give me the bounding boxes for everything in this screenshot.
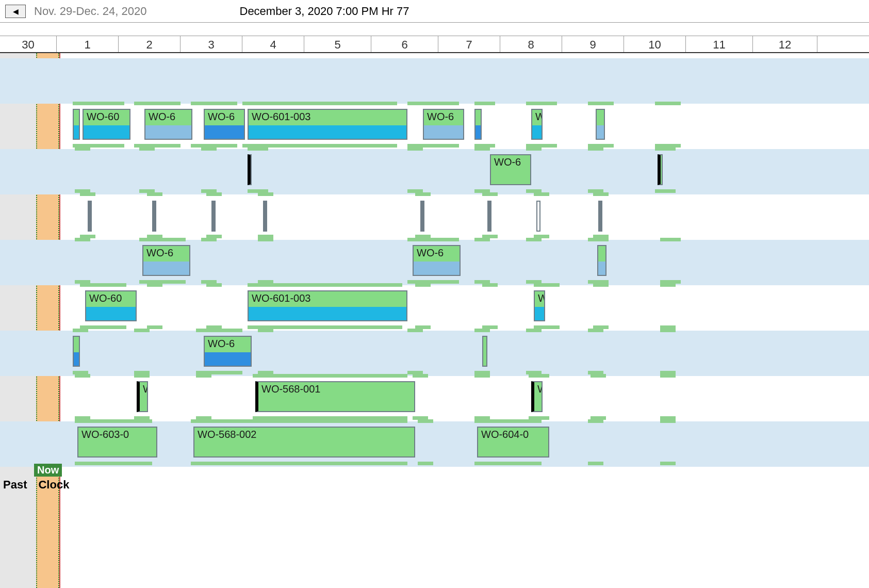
task-block[interactable]: [596, 109, 605, 140]
day-cell-12[interactable]: 12: [753, 36, 817, 52]
past-label: Past: [3, 478, 27, 587]
gantt-row-7: [0, 376, 869, 421]
trace-bar: [139, 238, 186, 241]
task-progress: [205, 352, 251, 367]
task-block[interactable]: W: [531, 381, 543, 412]
trace-bar: [134, 374, 150, 378]
day-cell-6[interactable]: 6: [371, 36, 438, 52]
task-block[interactable]: [248, 154, 252, 185]
day-cell-1[interactable]: 1: [57, 36, 119, 52]
task-progress: [249, 125, 406, 140]
task-block[interactable]: WO-6: [144, 109, 192, 140]
day-cell-11[interactable]: 11: [686, 36, 753, 52]
trace-bar: [201, 147, 217, 151]
task-label: WO-568-001: [258, 382, 414, 412]
trace-bar: [196, 329, 242, 332]
task-block[interactable]: [474, 109, 482, 140]
trace-bar: [591, 374, 606, 378]
trace-bar: [191, 102, 237, 105]
trace-bar: [139, 280, 186, 284]
task-block[interactable]: WO-601-003: [248, 109, 407, 140]
trace-bar: [655, 147, 676, 151]
trace-bar: [474, 329, 490, 332]
sliver-marker[interactable]: [487, 201, 491, 232]
task-block[interactable]: WO-60: [83, 109, 130, 140]
trace-bar: [482, 192, 498, 196]
trace-bar: [413, 374, 428, 378]
day-cell-3[interactable]: 3: [181, 36, 242, 52]
task-block[interactable]: WO-604-0: [477, 427, 549, 458]
sliver-marker[interactable]: [598, 201, 602, 232]
gantt-body[interactable]: WO-60WO-6WO-6WO-601-003WO-6WWO-6WO-6WO-6…: [0, 53, 869, 588]
day-cell-5[interactable]: 5: [304, 36, 371, 52]
task-block[interactable]: [73, 109, 80, 140]
task-block[interactable]: WO-603-0: [77, 427, 157, 458]
task-block[interactable]: WO-6: [142, 245, 190, 276]
task-label: [251, 155, 252, 171]
task-progress: [414, 262, 460, 276]
day-header: 30123456789101112: [0, 36, 869, 53]
sliver-marker[interactable]: [88, 201, 92, 232]
trace-bar: [73, 329, 88, 332]
task-block[interactable]: W: [137, 381, 148, 412]
current-time-label: December 3, 2020 7:00 PM Hr 77: [240, 5, 409, 18]
footer-labels: PastClock: [0, 477, 72, 588]
trace-bar: [474, 147, 490, 151]
trace-bar: [526, 329, 542, 332]
trace-bar: [248, 283, 402, 287]
trace-bar: [534, 192, 549, 196]
task-block[interactable]: WO-6: [423, 109, 464, 140]
trace-bar: [660, 283, 676, 287]
sliver-marker[interactable]: [211, 201, 216, 232]
task-progress: [249, 307, 406, 321]
task-block[interactable]: [597, 245, 606, 276]
trace-bar: [75, 462, 152, 465]
trace-bar: [593, 283, 609, 287]
day-cell-4[interactable]: 4: [242, 36, 304, 52]
day-cell-2[interactable]: 2: [119, 36, 181, 52]
day-cell-7[interactable]: 7: [438, 36, 500, 52]
trace-bar: [73, 102, 124, 105]
task-block[interactable]: WO-6: [204, 109, 245, 140]
trace-bar: [474, 419, 542, 423]
day-cell-8[interactable]: 8: [500, 36, 562, 52]
sliver-marker[interactable]: [152, 201, 156, 232]
trace-bar: [258, 329, 273, 332]
task-label: WO-604-0: [478, 428, 548, 458]
task-label: WO-6: [143, 246, 189, 262]
trace-bar: [80, 283, 126, 287]
task-block[interactable]: WO-568-001: [255, 381, 415, 412]
trace-bar: [415, 283, 431, 287]
gantt-row-3: [0, 194, 869, 240]
back-button[interactable]: ◀: [5, 5, 26, 18]
trace-bar: [660, 462, 676, 465]
trace-bar: [139, 147, 155, 151]
task-block[interactable]: W: [531, 109, 543, 140]
trace-bar: [588, 238, 609, 241]
day-cell-10[interactable]: 10: [624, 36, 686, 52]
trace-bar: [75, 238, 90, 241]
task-block[interactable]: WO-568-002: [193, 427, 415, 458]
task-block[interactable]: [73, 336, 80, 367]
task-block[interactable]: WO-60: [85, 290, 137, 321]
trace-bar: [191, 419, 407, 423]
sliver-marker[interactable]: [263, 201, 267, 232]
trace-bar: [474, 462, 542, 465]
task-block[interactable]: WO-6: [204, 336, 252, 367]
task-block[interactable]: WO-6: [413, 245, 461, 276]
trace-bar: [474, 238, 490, 241]
task-block[interactable]: [482, 336, 487, 367]
trace-bar: [660, 238, 681, 241]
task-block[interactable]: WO-601-003: [248, 290, 407, 321]
task-block[interactable]: WO-6: [490, 154, 531, 185]
sliver-marker[interactable]: [536, 201, 540, 232]
sliver-marker[interactable]: [420, 201, 424, 232]
trace-bar: [588, 147, 603, 151]
day-cell-9[interactable]: 9: [562, 36, 624, 52]
task-block[interactable]: [658, 154, 663, 185]
day-cell-30[interactable]: 30: [0, 36, 57, 52]
trace-bar: [482, 283, 498, 287]
task-label: WO-60: [86, 291, 136, 307]
trace-bar: [418, 419, 433, 423]
task-block[interactable]: W: [534, 290, 545, 321]
